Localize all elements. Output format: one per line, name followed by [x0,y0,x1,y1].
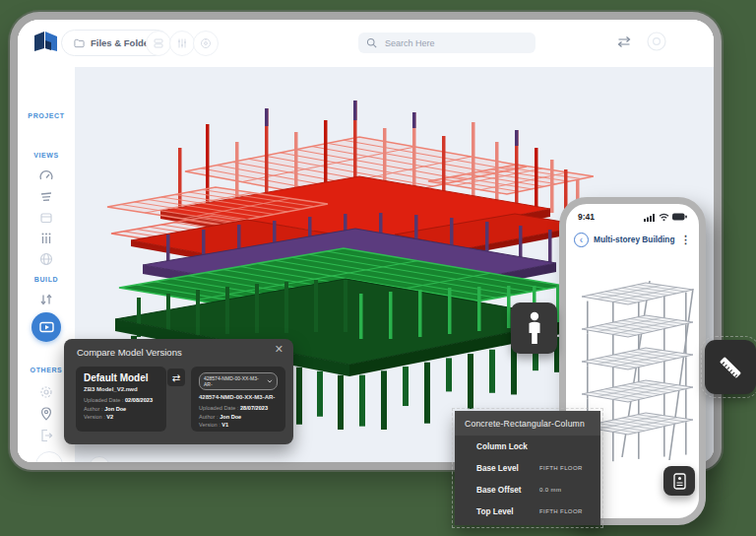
property-row[interactable]: Column Lock [455,436,600,457]
close-icon[interactable]: ✕ [275,343,284,356]
chevron-down-icon [72,465,79,470]
search-box[interactable] [358,33,536,53]
chevron-down-icon [267,379,273,383]
compass-icon [200,37,212,49]
rotate-view-button[interactable]: ⟳ [89,456,110,470]
sidebar-section-views: VIEWS [18,152,75,159]
columns-icon[interactable] [38,231,54,246]
search-icon [366,37,377,48]
back-icon[interactable]: ‹ [574,233,589,247]
folder-icon [74,38,85,48]
model-viewer-button-active[interactable] [32,312,61,342]
wifi-icon [659,213,669,222]
swap-icon: ⇄ [172,372,180,383]
app-logo [33,31,59,54]
person-icon [525,311,544,345]
filter-view-button[interactable] [169,31,195,56]
model-select-dropdown[interactable]: 428574-NMD-00-XX-M3-AR- [199,372,278,390]
phone-status-bar: 9:41 [566,210,699,224]
properties-panel-title: Concrete-Rectangular-Column [455,411,600,436]
sidebar-section-build: BUILD [18,276,75,283]
compare-model-versions-panel: Compare Model Versions ✕ Default Model Z… [64,339,293,444]
swap-models-button[interactable]: ⇄ [167,368,185,386]
fit-dropdown[interactable]: Fit [59,462,79,470]
sliders-icon [176,37,188,49]
transfer-icon[interactable] [617,35,631,48]
sidebar-section-project: PROJECT [18,112,75,119]
model-file: ZB3 Model_V2.nwd [84,386,158,392]
model-file: 428574-NMD-00-XX-M3-AR- [199,394,278,400]
marketing-composite: Files & Folders [0,0,756,536]
globe-icon[interactable] [38,251,54,267]
settings-gear-icon[interactable] [38,384,54,400]
help-circle-icon[interactable] [647,32,666,51]
compare-model-card[interactable]: 428574-NMD-00-XX-M3-AR- 428574-NMD-00-XX… [191,367,285,432]
stack-icon [153,37,164,49]
signal-icon [644,213,656,222]
property-row[interactable]: Base Level FIFTH FLOOR [455,457,600,479]
model-meta: Uploaded Date : 28/07/2023 Author : Jon … [199,404,278,430]
model-meta: Uploaded Date : 02/08/2023 Author : Jon … [84,396,158,422]
measure-button[interactable] [705,340,756,394]
stack-view-button[interactable] [146,31,171,56]
top-toolbar: Files & Folders [18,20,714,68]
status-time: 9:41 [578,212,595,222]
property-row[interactable]: Base Offset 0.0 mm [455,479,600,501]
model-viewer-icon [39,321,54,334]
fit-controls: Fit ⟳ [59,456,110,470]
sign-out-icon[interactable] [38,428,54,443]
ruler-icon [709,346,752,389]
person-scale-button[interactable] [511,302,557,354]
model-name: Default Model [84,372,158,383]
phone-page-title: Multi-storey Building Model... [594,234,675,244]
kebab-menu-icon[interactable]: ⋮ [680,234,691,246]
location-pin-icon[interactable] [38,406,54,422]
phone-header: ‹ Multi-storey Building Model... ⋮ [566,230,699,249]
property-row[interactable]: Top Level FIFTH FLOOR [455,501,600,522]
layers-list-icon[interactable] [38,189,54,205]
box-icon[interactable] [38,210,54,226]
compare-panel-title: Compare Model Versions [77,347,182,358]
levels-widget-button[interactable] [663,466,695,496]
default-model-card[interactable]: Default Model ZB3 Model_V2.nwd Uploaded … [76,367,166,432]
levels-icon [673,473,686,490]
compass-view-button[interactable] [193,31,219,56]
element-properties-panel: Concrete-Rectangular-Column Column Lock … [455,411,600,525]
search-input[interactable] [383,37,505,49]
dashboard-gauge-icon[interactable] [38,168,54,184]
battery-icon [672,213,687,221]
compare-arrows-icon[interactable] [38,292,54,307]
